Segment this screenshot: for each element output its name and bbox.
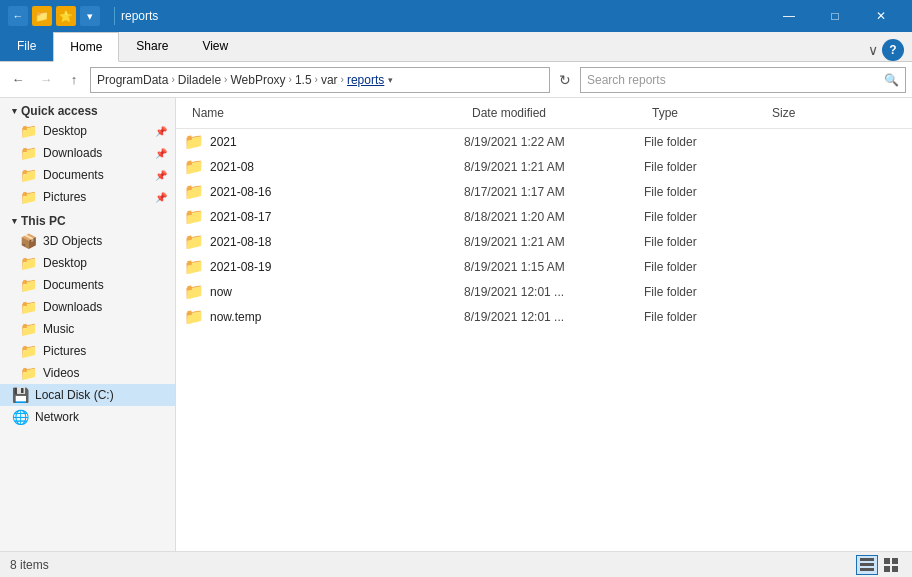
maximize-button[interactable]: □ [812,0,858,32]
sidebar-item-network[interactable]: 🌐 Network [0,406,175,428]
up-button[interactable]: ↑ [62,68,86,92]
svg-rect-2 [860,568,874,571]
col-header-size[interactable]: Size [764,102,844,124]
preview-view-button[interactable] [880,555,902,575]
videos-icon: 📁 [20,365,37,381]
crumb-var: var [321,73,338,87]
sidebar-section-this-pc: ▾ This PC [0,208,175,230]
documents-label-qa: Documents [43,168,104,182]
file-type-cell: File folder [644,135,764,149]
downloads-label-qa: Downloads [43,146,102,160]
sidebar-item-pictures-qa[interactable]: 📁 Pictures 📌 [0,186,175,208]
sidebar-item-documents-qa[interactable]: 📁 Documents 📌 [0,164,175,186]
table-row[interactable]: 📁 2021-08-17 8/18/2021 1:20 AM File fold… [176,204,912,229]
search-placeholder: Search reports [587,73,666,87]
file-name-cell: 📁 2021-08-17 [184,207,464,226]
file-name-cell: 📁 2021-08 [184,157,464,176]
svg-rect-6 [892,566,898,572]
table-row[interactable]: 📁 2021 8/19/2021 1:22 AM File folder [176,129,912,154]
tab-view[interactable]: View [185,31,245,61]
table-row[interactable]: 📁 2021-08-19 8/19/2021 1:15 AM File fold… [176,254,912,279]
folder-icon-row: 📁 [184,257,204,276]
details-view-button[interactable] [856,555,878,575]
col-header-date[interactable]: Date modified [464,102,644,124]
sidebar-item-downloads-pc[interactable]: 📁 Downloads [0,296,175,318]
folder-icon-row: 📁 [184,282,204,301]
forward-button[interactable]: → [34,68,58,92]
file-type-cell: File folder [644,160,764,174]
ribbon-collapse-icon[interactable]: ∨ [868,42,878,58]
sidebar-item-downloads-qa[interactable]: 📁 Downloads 📌 [0,142,175,164]
folder-icon-row: 📁 [184,157,204,176]
title-bar-quick-access: ← 📁 ⭐ ▾ [8,6,100,26]
window-title: reports [121,9,766,23]
this-pc-label: This PC [21,214,66,228]
status-bar: 8 items [0,551,912,577]
table-row[interactable]: 📁 2021-08 8/19/2021 1:21 AM File folder [176,154,912,179]
file-name-cell: 📁 now [184,282,464,301]
file-date-cell: 8/19/2021 12:01 ... [464,285,644,299]
folder-icon-row: 📁 [184,207,204,226]
view-icons [856,555,902,575]
desktop-icon-pc: 📁 [20,255,37,271]
refresh-button[interactable]: ↻ [554,69,576,91]
title-bar: ← 📁 ⭐ ▾ reports — □ ✕ [0,0,912,32]
sidebar-item-desktop-pc[interactable]: 📁 Desktop [0,252,175,274]
table-row[interactable]: 📁 now.temp 8/19/2021 12:01 ... File fold… [176,304,912,329]
file-date-cell: 8/19/2021 1:22 AM [464,135,644,149]
tab-home[interactable]: Home [53,32,119,62]
sidebar-item-documents-pc[interactable]: 📁 Documents [0,274,175,296]
search-box[interactable]: Search reports 🔍 [580,67,906,93]
file-type-cell: File folder [644,235,764,249]
minimize-button[interactable]: — [766,0,812,32]
table-row[interactable]: 📁 2021-08-16 8/17/2021 1:17 AM File fold… [176,179,912,204]
sidebar-item-3d-objects[interactable]: 📦 3D Objects [0,230,175,252]
address-bar: ← → ↑ ProgramData › Diladele › WebProxy … [0,62,912,98]
table-row[interactable]: 📁 now 8/19/2021 12:01 ... File folder [176,279,912,304]
tb-folder-icon[interactable]: 📁 [32,6,52,26]
sidebar-item-local-disk[interactable]: 💾 Local Disk (C:) [0,384,175,406]
file-name-text: 2021-08-18 [210,235,271,249]
table-row[interactable]: 📁 2021-08-18 8/19/2021 1:21 AM File fold… [176,229,912,254]
tab-share[interactable]: Share [119,31,185,61]
search-icon[interactable]: 🔍 [884,73,899,87]
desktop-label-qa: Desktop [43,124,87,138]
col-header-name[interactable]: Name [184,102,464,124]
ribbon-tabs: File Home Share View ∨ ? [0,32,912,62]
music-label: Music [43,322,74,336]
help-button[interactable]: ? [882,39,904,61]
file-name-text: 2021-08-17 [210,210,271,224]
pin-icon-downloads: 📌 [155,148,167,159]
downloads-folder-icon-qa: 📁 [20,145,37,161]
file-date-cell: 8/19/2021 1:15 AM [464,260,644,274]
main-area: ▾ Quick access 📁 Desktop 📌 📁 Downloads 📌… [0,98,912,551]
path-chevron-icon[interactable]: ▾ [388,75,393,85]
address-path[interactable]: ProgramData › Diladele › WebProxy › 1.5 … [90,67,550,93]
sidebar-item-desktop-qa[interactable]: 📁 Desktop 📌 [0,120,175,142]
item-count: 8 items [10,558,49,572]
back-button[interactable]: ← [6,68,30,92]
documents-icon-pc: 📁 [20,277,37,293]
svg-rect-3 [884,558,890,564]
file-name-text: now.temp [210,310,261,324]
tab-file[interactable]: File [0,31,53,61]
tb-back-icon[interactable]: ← [8,6,28,26]
sidebar-item-music[interactable]: 📁 Music [0,318,175,340]
file-type-cell: File folder [644,185,764,199]
local-disk-label: Local Disk (C:) [35,388,114,402]
crumb-webproxy: WebProxy [230,73,285,87]
folder-icon-row: 📁 [184,307,204,326]
sidebar-item-pictures-pc[interactable]: 📁 Pictures [0,340,175,362]
network-label: Network [35,410,79,424]
file-list: 📁 2021 8/19/2021 1:22 AM File folder 📁 2… [176,129,912,551]
close-button[interactable]: ✕ [858,0,904,32]
videos-label: Videos [43,366,79,380]
pin-icon-pictures: 📌 [155,192,167,203]
tb-down-icon[interactable]: ▾ [80,6,100,26]
sidebar-item-videos[interactable]: 📁 Videos [0,362,175,384]
sidebar: ▾ Quick access 📁 Desktop 📌 📁 Downloads 📌… [0,98,176,551]
tb-star-icon[interactable]: ⭐ [56,6,76,26]
col-header-type[interactable]: Type [644,102,764,124]
title-bar-sep [114,7,115,25]
file-type-cell: File folder [644,310,764,324]
